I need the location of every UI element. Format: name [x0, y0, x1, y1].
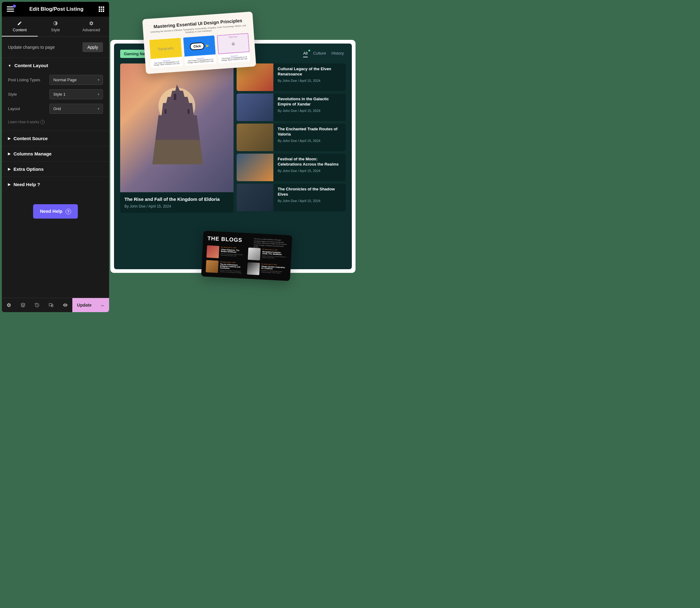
svg-rect-6 [188, 109, 189, 114]
blog-text: By admin April 5, 2024Navigating Creativ… [262, 248, 287, 262]
post-meta: By John Doe / April 15, 2024 [120, 204, 234, 209]
select-wrap: Normal Page [49, 75, 103, 85]
select-style[interactable]: Style 1 [49, 89, 103, 99]
gear-icon [89, 21, 94, 26]
form-label: Style [8, 92, 49, 97]
select-wrap: Grid [49, 103, 103, 114]
list-item[interactable]: By admin April 5, 2024Urban Elegance: Th… [207, 245, 246, 260]
help-icon: ? [65, 209, 71, 214]
list-item[interactable]: Revolutions in the Galactic Empire of Xa… [237, 94, 346, 121]
post-thumbnail [237, 94, 273, 121]
post-image [120, 63, 234, 192]
blog-thumbnail [248, 247, 260, 260]
filter-culture[interactable]: Culture [313, 51, 326, 57]
section-extra-options: Extra Options [2, 161, 109, 177]
post-title: Cultural Legacy of the Elven Renaissance [278, 66, 342, 77]
post-meta: By John Doe / April 15, 2024 [278, 109, 342, 113]
row-post-listing-types: Post Listing Types Normal Page [8, 75, 103, 85]
apply-button[interactable]: Apply [82, 42, 103, 52]
menu-icon[interactable] [7, 6, 14, 12]
blog-grid: By admin April 5, 2024Urban Elegance: Th… [206, 245, 287, 277]
mini-card[interactable]: Typography TypographyThe Power of Typogr… [149, 38, 183, 68]
mini-card[interactable]: Think & Feel☺ TypographyThe Power of Typ… [217, 33, 250, 63]
post-thumbnail [237, 154, 273, 181]
help-icon: ? [40, 120, 45, 124]
form-label: Layout [8, 107, 49, 111]
list-item[interactable]: Festival of the Moon: Celebrations Acros… [237, 154, 346, 181]
section-content: Post Listing Types Normal Page Style Sty… [2, 73, 109, 131]
editor-tabs: Content Style Advanced [2, 17, 109, 37]
section-title: Content Layout [14, 63, 48, 68]
post-text: Festival of the Moon: Celebrations Acros… [273, 154, 346, 181]
list-item[interactable]: The Enchanted Trade Routes of Valoria By… [237, 124, 346, 151]
blog-text: By admin April 5, 2024Urban Elegance: Th… [220, 246, 246, 260]
row-style: Style Style 1 [8, 89, 103, 99]
update-button[interactable]: Update ︿ [72, 298, 109, 312]
settings-icon[interactable] [2, 298, 16, 312]
chevron-up-icon: ︿ [101, 303, 104, 308]
pencil-icon [17, 21, 22, 26]
responsive-icon[interactable] [44, 298, 58, 312]
tab-label: Style [51, 27, 60, 32]
tab-label: Content [13, 27, 27, 32]
post-text: The Enchanted Trade Routes of Valoria By… [273, 124, 346, 151]
post-meta: By John Doe / April 15, 2024 [278, 169, 342, 173]
section-need-help: Need Help ? [2, 177, 109, 192]
post-title: The Enchanted Trade Routes of Valoria [278, 127, 342, 137]
post-title: The Chronicles of the Shadow Elves [278, 187, 342, 197]
active-dot-icon [308, 50, 310, 52]
section-title: Need Help ? [14, 182, 40, 187]
mini-card[interactable]: Click➤ TypographyThe Power of Typography… [183, 36, 216, 66]
panel-title: Edit Blog/Post Listing [14, 6, 99, 12]
filter-history[interactable]: History [332, 51, 344, 57]
post-text: Revolutions in the Galactic Empire of Xa… [273, 94, 346, 121]
bottom-bar: Update ︿ [2, 298, 109, 312]
notification-dot-icon [13, 5, 16, 8]
select-layout[interactable]: Grid [49, 103, 103, 114]
card-row: Typography TypographyThe Power of Typogr… [149, 33, 250, 68]
post-meta: By John Doe / April 15, 2024 [278, 79, 342, 82]
list-item[interactable]: By admin April 5, 2024Navigating Creativ… [248, 247, 287, 262]
post-title: Festival of the Moon: Celebrations Acros… [278, 157, 342, 167]
section-header-content-source[interactable]: Content Source [2, 131, 109, 146]
main-post[interactable]: The Rise and Fall of the Kingdom of Eldo… [120, 63, 234, 213]
list-item[interactable]: By admin April 5, 2024The Art of Busines… [206, 260, 245, 274]
apps-grid-icon[interactable] [99, 6, 104, 12]
blog-thumbnail [247, 262, 260, 275]
select-wrap: Style 1 [49, 89, 103, 99]
tab-style[interactable]: Style [38, 17, 74, 37]
preview-icon[interactable] [58, 298, 72, 312]
tab-content[interactable]: Content [2, 17, 38, 37]
mini-image: Click➤ [183, 36, 216, 57]
list-item[interactable]: Cultural Legacy of the Elven Renaissance… [237, 63, 346, 91]
list-item[interactable]: The Chronicles of the Shadow Elves By Jo… [237, 184, 346, 211]
demo-card-ui-design: Mastering Essential UI Design Principles… [142, 12, 256, 74]
filter-all[interactable]: All [303, 51, 307, 57]
update-text: Update changes to page [8, 45, 55, 50]
section-header-need-help[interactable]: Need Help ? [2, 177, 109, 192]
castle-illustration [143, 78, 211, 164]
post-thumbnail [237, 124, 273, 151]
select-post-listing-types[interactable]: Normal Page [49, 75, 103, 85]
learn-link[interactable]: Learn How it works ? [8, 120, 45, 124]
tab-advanced[interactable]: Advanced [73, 17, 109, 37]
section-header-columns-manage[interactable]: Columns Manage [2, 146, 109, 161]
section-header-content-layout[interactable]: Content Layout [2, 58, 109, 73]
post-title: Revolutions in the Galactic Empire of Xa… [278, 97, 342, 107]
mini-text: TypographyThe Power of Typography in UI … [151, 57, 183, 68]
post-meta: By John Doe / April 15, 2024 [278, 199, 342, 203]
history-icon[interactable] [30, 298, 44, 312]
post-meta: By John Doe / April 15, 2024 [278, 139, 342, 142]
section-title: Content Source [14, 136, 48, 141]
svg-rect-5 [164, 109, 167, 114]
tab-label: Advanced [82, 27, 100, 32]
layers-icon[interactable] [16, 298, 30, 312]
row-layout: Layout Grid [8, 103, 103, 114]
post-thumbnail [237, 63, 273, 91]
caret-right-icon [8, 167, 11, 171]
list-item[interactable]: By admin April 5, 2024Design Quotes: Ins… [247, 262, 287, 277]
need-help-button[interactable]: Need Help ? [33, 204, 78, 218]
sidebar-header: Edit Blog/Post Listing [2, 2, 109, 17]
section-header-extra-options[interactable]: Extra Options [2, 162, 109, 177]
side-list: Cultural Legacy of the Elven Renaissance… [237, 63, 346, 213]
